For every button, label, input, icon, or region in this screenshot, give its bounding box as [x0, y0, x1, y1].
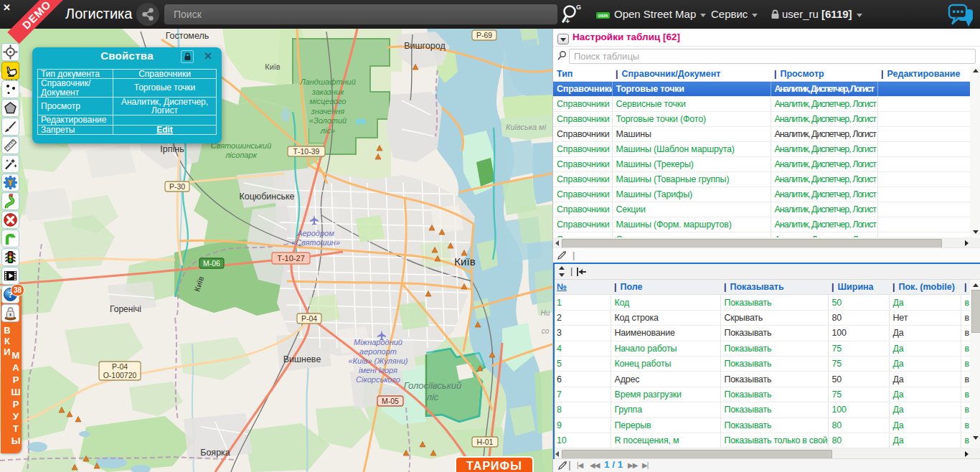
svg-text:G: G — [576, 4, 581, 11]
svg-text:Боярка: Боярка — [200, 448, 230, 458]
svg-text:М-06: М-06 — [203, 259, 220, 268]
svg-text:«Золотий: «Золотий — [309, 116, 347, 125]
svg-text:Ландшафтний: Ландшафтний — [299, 77, 356, 86]
svg-text:імені Ігоря: імені Ігоря — [359, 366, 397, 374]
svg-text:Київ: Київ — [265, 62, 281, 71]
svg-text:Київ: Київ — [454, 255, 475, 268]
svg-text:О-100720: О-100720 — [103, 371, 137, 379]
svg-text:місцевого: місцевого — [310, 97, 347, 105]
svg-text:Київська мі: Київська мі — [506, 123, 547, 131]
svg-text:Т-10-27: Т-10-27 — [277, 254, 305, 263]
svg-text:ліс: ліс — [426, 392, 439, 402]
svg-text:Святошинський: Святошинський — [211, 141, 272, 150]
svg-text:Н-01: Н-01 — [477, 438, 494, 446]
svg-text:лісопарк: лісопарк — [225, 151, 258, 159]
svg-text:Р-30: Р-30 — [169, 182, 185, 191]
svg-text:Голосіївський: Голосіївський — [404, 380, 462, 391]
svg-text:Вишневе: Вишневе — [283, 354, 321, 364]
svg-text:Р-04: Р-04 — [301, 314, 317, 323]
svg-text:аеропорт: аеропорт — [359, 347, 397, 356]
svg-text:Т-10-39: Т-10-39 — [293, 147, 320, 156]
svg-text:Коцюбинське: Коцюбинське — [239, 192, 294, 202]
svg-text:ліс»: ліс» — [320, 126, 335, 135]
svg-text:Аеродром: Аеродром — [296, 229, 334, 237]
svg-text:Міжнародний: Міжнародний — [354, 338, 402, 346]
svg-text:Сікорського: Сікорського — [356, 375, 400, 384]
svg-text:заказник: заказник — [311, 88, 344, 96]
svg-text:Ірпінь: Ірпінь — [160, 144, 184, 154]
svg-text:Ни: Ни — [541, 309, 550, 317]
svg-text:со: со — [542, 327, 550, 335]
svg-text:значення: значення — [311, 107, 344, 115]
svg-text:Вишгород: Вишгород — [404, 41, 446, 51]
svg-text:«Київ» (Жуляни): «Київ» (Жуляни) — [349, 357, 408, 365]
svg-text:«Святошин»: «Святошин» — [291, 238, 340, 247]
svg-text:М-05: М-05 — [382, 397, 399, 405]
svg-text:+: + — [565, 16, 570, 25]
svg-text:Р-69: Р-69 — [476, 31, 492, 39]
svg-text:Р-04: Р-04 — [112, 362, 128, 371]
svg-text:Гостомель: Гостомель — [166, 31, 209, 41]
svg-text:Горенічі: Горенічі — [110, 304, 141, 314]
